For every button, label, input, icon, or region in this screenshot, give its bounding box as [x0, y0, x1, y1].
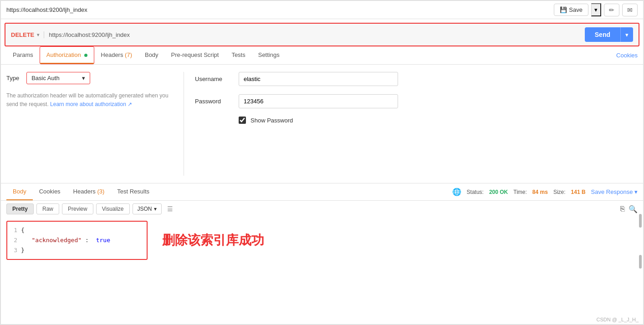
response-section: Body Cookies Headers (3) Test Results 🌐 … [1, 183, 643, 264]
method-select[interactable]: DELETE ▾ [11, 31, 44, 38]
send-dropdown-button[interactable]: ▾ [620, 27, 633, 42]
tab-params[interactable]: Params [6, 47, 40, 64]
tab-tests[interactable]: Tests [225, 47, 251, 64]
save-response-button[interactable]: Save Response ▾ [591, 188, 638, 195]
type-label: Type [6, 75, 19, 81]
status-label: Status: [467, 189, 484, 195]
code-line-1: 1 { [11, 225, 143, 235]
response-toolbar: Pretty Raw Preview Visualize JSON ▾ ☰ ⎘ … [1, 201, 643, 217]
tab-body[interactable]: Body [138, 47, 165, 64]
globe-icon: 🌐 [452, 188, 461, 196]
type-chevron-icon: ▾ [82, 75, 85, 81]
tab-authorization[interactable]: Authorization [40, 47, 94, 64]
search-icon[interactable]: 🔍 [629, 205, 638, 213]
edit-button[interactable]: ✏ [604, 4, 619, 16]
response-meta: 🌐 Status: 200 OK Time: 84 ms Size: 141 B… [452, 188, 638, 196]
save-dropdown-button[interactable]: ▾ [591, 3, 601, 16]
show-password-label: Show Password [250, 117, 293, 124]
response-tab-body[interactable]: Body [6, 183, 33, 200]
type-select-dropdown[interactable]: Basic Auth ▾ [26, 72, 90, 84]
response-right-icons: ⎘ 🔍 [620, 205, 638, 213]
password-label: Password [195, 98, 231, 105]
watermark: CSDN @ _L_J_H_ [597, 317, 639, 322]
show-password-row: Show Password [239, 117, 638, 124]
title-bar: https://localhost:9200/ljh_index 💾 Save … [1, 1, 643, 19]
scrollbar-handle-2 [639, 255, 642, 269]
auth-content: Type Basic Auth ▾ The authorization head… [1, 65, 643, 183]
copy-icon[interactable]: ⎘ [620, 205, 625, 213]
request-bar: DELETE ▾ Send ▾ [5, 23, 639, 46]
json-format-select[interactable]: JSON ▾ [133, 203, 162, 214]
status-value: 200 OK [489, 189, 508, 195]
auth-description: The authorization header will be automat… [6, 91, 176, 109]
time-label: Time: [513, 189, 527, 195]
authorization-dot [84, 54, 87, 57]
window-url: https://localhost:9200/ljh_index [6, 6, 87, 13]
auth-left-panel: Type Basic Auth ▾ The authorization head… [6, 72, 184, 176]
send-group: Send ▾ [585, 27, 633, 42]
vertical-scrollbar[interactable] [639, 210, 642, 292]
filter-icon[interactable]: ☰ [164, 203, 176, 214]
save-icon: 💾 [560, 6, 567, 13]
show-password-checkbox[interactable] [239, 117, 246, 124]
password-input[interactable] [239, 94, 398, 108]
method-chevron-icon: ▾ [37, 32, 39, 37]
password-row: Password [195, 94, 638, 108]
pencil-icon: ✏ [609, 6, 614, 14]
username-input[interactable] [239, 72, 398, 86]
auth-right-panel: Username Password Show Password [184, 72, 638, 176]
method-label: DELETE [11, 31, 34, 38]
username-row: Username [195, 72, 638, 86]
learn-more-link[interactable]: Learn more about authorization ↗ [50, 101, 132, 107]
tab-settings[interactable]: Settings [252, 47, 286, 64]
response-tab-test-results[interactable]: Test Results [111, 183, 156, 200]
tab-headers[interactable]: Headers (7) [94, 47, 138, 64]
code-line-3: 3 } [11, 245, 143, 255]
time-value: 84 ms [532, 189, 548, 195]
type-row: Type Basic Auth ▾ [6, 72, 176, 84]
code-line-2: 2 "acknowledged" : true [11, 235, 143, 245]
save-button[interactable]: 💾 Save [554, 4, 588, 16]
annotation-text: 删除该索引库成功 [153, 221, 264, 260]
comment-button[interactable]: ✉ [622, 4, 638, 16]
response-area: 1 { 2 "acknowledged" : true 3 } 删除该索引库成功 [1, 217, 643, 264]
request-tabs: Params Authorization Headers (7) Body Pr… [1, 46, 643, 65]
code-panel: 1 { 2 "acknowledged" : true 3 } [6, 221, 148, 260]
title-actions: 💾 Save ▾ ✏ ✉ [554, 3, 638, 16]
url-input[interactable] [49, 31, 584, 38]
type-select-value: Basic Auth [31, 75, 79, 81]
comment-icon: ✉ [627, 6, 633, 14]
format-visualize-button[interactable]: Visualize [96, 203, 130, 214]
response-tab-headers[interactable]: Headers (3) [67, 183, 111, 200]
send-button[interactable]: Send [585, 27, 620, 42]
scrollbar-handle [639, 214, 642, 228]
json-chevron-icon: ▾ [154, 206, 157, 212]
response-tab-cookies[interactable]: Cookies [33, 183, 67, 200]
username-label: Username [195, 76, 231, 82]
cookies-link[interactable]: Cookies [616, 52, 638, 59]
tab-pre-request[interactable]: Pre-request Script [165, 47, 225, 64]
format-preview-button[interactable]: Preview [62, 203, 93, 214]
response-tabs: Body Cookies Headers (3) Test Results 🌐 … [1, 183, 643, 201]
size-label: Size: [553, 189, 566, 195]
format-pretty-button[interactable]: Pretty [6, 203, 34, 214]
size-value: 141 B [571, 189, 586, 195]
format-raw-button[interactable]: Raw [36, 203, 59, 214]
